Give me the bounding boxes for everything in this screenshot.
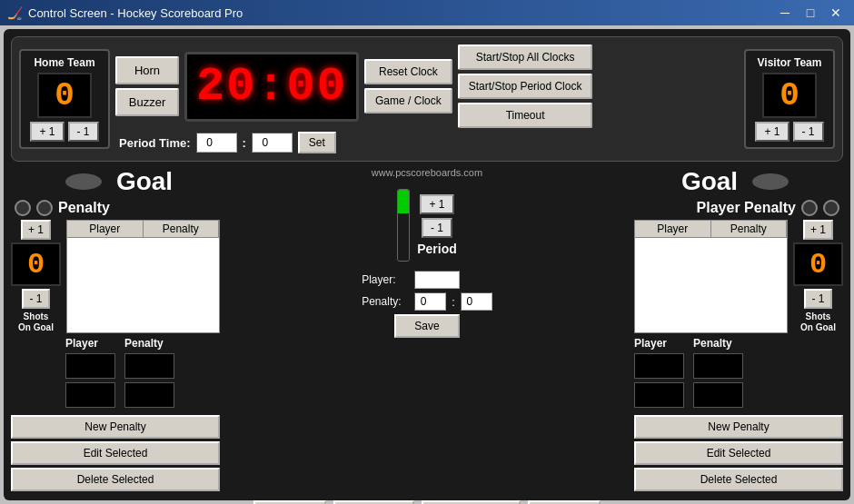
right-table-body[interactable] — [634, 238, 788, 333]
home-minus-button[interactable]: - 1 — [68, 122, 99, 142]
left-shots-label: ShotsOn Goal — [18, 311, 54, 333]
sound-buttons: Horn Buzzer — [115, 56, 179, 116]
visitor-score-controls: + 1 - 1 — [755, 122, 823, 142]
period-plus-button[interactable]: + 1 — [420, 194, 453, 214]
period-sec-input[interactable] — [252, 133, 293, 153]
period-controls: + 1 - 1 Period — [417, 194, 457, 256]
right-penalty-box-1 — [693, 353, 743, 379]
left-shots-plus[interactable]: + 1 — [21, 220, 51, 240]
right-penalty-label: Player Penalty — [697, 200, 796, 216]
clock-digits: 20:00 — [196, 60, 347, 114]
left-goal-label: Goal — [116, 167, 173, 196]
right-new-penalty-button[interactable]: New Penalty — [634, 415, 843, 439]
exit-button[interactable]: Exit — [528, 500, 601, 504]
left-penalty-label2: Penalty — [124, 337, 164, 350]
clock-display: 20:00 — [184, 52, 359, 122]
left-black-boxes-2 — [11, 382, 220, 408]
save-button[interactable]: Save — [394, 314, 459, 338]
period-area: + 1 - 1 Period — [397, 189, 457, 262]
left-player-box-2 — [65, 382, 115, 408]
period-min-input[interactable] — [196, 133, 237, 153]
right-penalty-circle-2 — [823, 200, 839, 216]
right-edit-selected-button[interactable]: Edit Selected — [634, 441, 843, 465]
period-time-row: Period Time: : Set — [115, 132, 739, 153]
left-shots-col: + 1 0 - 1 ShotsOn Goal — [11, 220, 61, 333]
left-table-body[interactable] — [66, 238, 220, 333]
visitor-plus-button[interactable]: + 1 — [755, 122, 789, 142]
right-penalty-table: Player Penalty — [634, 220, 788, 333]
title-bar: 🏒 Control Screen - Hockey Scoreboard Pro… — [0, 0, 854, 25]
minimize-button[interactable]: ─ — [774, 4, 796, 22]
new-game-button[interactable]: New Game — [422, 500, 521, 504]
left-edit-selected-button[interactable]: Edit Selected — [11, 441, 220, 465]
period-colon: : — [243, 136, 246, 150]
left-delete-selected-button[interactable]: Delete Selected — [11, 468, 220, 491]
period-minus-button[interactable]: - 1 — [422, 218, 452, 238]
right-player-box-2 — [634, 382, 684, 408]
left-player-col-header: Player — [67, 221, 144, 237]
penalty-form-label: Penalty: — [362, 295, 409, 308]
left-shots-minus[interactable]: - 1 — [22, 289, 49, 309]
start-stop-all-button[interactable]: Start/Stop All Clocks — [458, 44, 593, 70]
left-penalty-row: Penalty — [11, 200, 220, 216]
game-clock-button[interactable]: Game / Clock — [364, 88, 452, 114]
top-section: Home Team 0 + 1 - 1 Horn Buzzer 20:00 — [11, 36, 843, 162]
center-controls: Horn Buzzer 20:00 Reset Clock Game / Clo… — [115, 44, 739, 153]
website-label: www.pcscoreboards.com — [372, 167, 482, 178]
maximize-button[interactable]: □ — [799, 4, 821, 22]
left-pp-labels: Player Penalty — [11, 337, 220, 350]
left-penalty-label: Penalty — [58, 200, 110, 216]
right-shots-table-row: Player Penalty + 1 0 - 1 ShotsOn Goal — [634, 220, 843, 333]
left-penalty-circle-1 — [15, 200, 31, 216]
visitor-minus-button[interactable]: - 1 — [793, 122, 824, 142]
period-bar — [397, 189, 410, 262]
home-plus-button[interactable]: + 1 — [30, 122, 64, 142]
right-penalty-box-2 — [693, 382, 743, 408]
left-penalty-box-1 — [124, 353, 174, 379]
right-shots-col: + 1 0 - 1 ShotsOn Goal — [793, 220, 843, 333]
right-penalty-label2: Penalty — [693, 337, 732, 350]
left-table-header: Player Penalty — [66, 220, 220, 238]
penalty-sec-input[interactable] — [461, 292, 492, 311]
left-panel: Goal Penalty + 1 0 - 1 ShotsOn Goal — [11, 167, 220, 491]
penalty-min-input[interactable] — [414, 292, 446, 311]
set-button[interactable]: Set — [298, 132, 336, 153]
home-score-controls: + 1 - 1 — [30, 122, 98, 142]
reset-clock-button[interactable]: Reset Clock — [364, 59, 452, 84]
options-button[interactable]: Options — [333, 500, 414, 504]
period-time-label: Period Time: — [119, 136, 191, 150]
right-goal-label: Goal — [681, 167, 738, 196]
home-score-display: 0 — [37, 73, 92, 118]
left-shots-table-row: + 1 0 - 1 ShotsOn Goal Player Penalty — [11, 220, 220, 333]
right-penalty-row: Player Penalty — [634, 200, 843, 216]
right-shots-display: 0 — [793, 242, 843, 286]
left-action-buttons: New Penalty Edit Selected Delete Selecte… — [11, 415, 220, 491]
left-new-penalty-button[interactable]: New Penalty — [11, 415, 220, 439]
horn-button[interactable]: Horn — [115, 56, 179, 84]
player-penalty-form: Player: Penalty: : Save — [362, 271, 492, 338]
period-label: Period — [417, 242, 457, 256]
left-player-box-1 — [65, 353, 115, 379]
left-black-boxes — [11, 353, 220, 379]
right-shots-minus[interactable]: - 1 — [804, 289, 831, 309]
right-shots-plus[interactable]: + 1 — [803, 220, 833, 240]
middle-section: Goal Penalty + 1 0 - 1 ShotsOn Goal — [11, 167, 843, 491]
buzzer-button[interactable]: Buzzer — [115, 88, 179, 116]
right-panel: Goal Player Penalty Player Penalty — [634, 167, 843, 491]
close-button[interactable]: ✕ — [825, 4, 847, 22]
bottom-bar: Help Options New Game Exit — [11, 497, 843, 504]
timeout-button[interactable]: Timeout — [458, 103, 593, 128]
right-delete-selected-button[interactable]: Delete Selected — [634, 468, 843, 491]
main-container: Home Team 0 + 1 - 1 Horn Buzzer 20:00 — [4, 29, 850, 500]
right-black-boxes — [634, 353, 843, 379]
player-form-row: Player: — [362, 271, 492, 289]
player-form-input[interactable] — [414, 271, 460, 289]
start-stop-period-button[interactable]: Start/Stop Period Clock — [458, 74, 593, 99]
help-button[interactable]: Help — [253, 500, 326, 504]
left-penalty-box-2 — [124, 382, 174, 408]
left-goal-row: Goal — [11, 167, 220, 196]
home-team-box: Home Team 0 + 1 - 1 — [19, 49, 110, 149]
right-goal-oval — [752, 173, 789, 190]
right-player-label: Player — [634, 337, 684, 350]
left-shots-display: 0 — [11, 242, 61, 286]
